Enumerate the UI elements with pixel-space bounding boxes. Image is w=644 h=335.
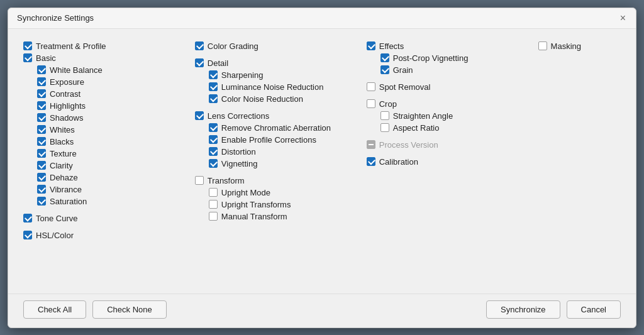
item-vignetting[interactable]: Vignetting — [195, 158, 360, 170]
label-white-balance: White Balance — [50, 65, 103, 75]
item-lens-corrections[interactable]: Lens Corrections — [195, 110, 360, 122]
cb-straighten-angle[interactable] — [380, 111, 389, 120]
item-spot-removal[interactable]: Spot Removal — [367, 81, 532, 93]
label-aspect-ratio: Aspect Ratio — [393, 123, 440, 133]
cb-luminance-noise[interactable] — [209, 82, 218, 91]
item-clarity[interactable]: Clarity — [23, 160, 189, 172]
cb-post-crop[interactable] — [380, 53, 389, 62]
item-exposure[interactable]: Exposure — [23, 76, 189, 88]
cb-sharpening[interactable] — [209, 70, 218, 79]
cb-masking[interactable] — [538, 41, 547, 50]
item-basic[interactable]: Basic — [23, 52, 189, 64]
cb-color-noise[interactable] — [209, 94, 218, 103]
item-vibrance[interactable]: Vibrance — [23, 184, 189, 195]
item-crop[interactable]: Crop — [367, 98, 532, 110]
cb-detail[interactable] — [195, 58, 204, 67]
item-aspect-ratio[interactable]: Aspect Ratio — [367, 122, 532, 134]
label-blacks: Blacks — [50, 137, 74, 146]
cb-highlights[interactable] — [37, 101, 46, 110]
item-distortion[interactable]: Distortion — [195, 146, 360, 158]
cb-enable-profile[interactable] — [209, 135, 218, 144]
cb-calibration[interactable] — [367, 157, 375, 166]
item-effects[interactable]: Effects — [367, 40, 532, 52]
label-hsl-color: HSL/Color — [36, 231, 74, 240]
label-shadows: Shadows — [50, 113, 83, 123]
cb-hsl-color[interactable] — [23, 231, 32, 239]
cb-tone-curve[interactable] — [23, 214, 32, 222]
item-sharpening[interactable]: Sharpening — [195, 69, 360, 81]
cb-whites[interactable] — [37, 125, 46, 134]
item-straighten-angle[interactable]: Straighten Angle — [367, 110, 532, 122]
item-contrast[interactable]: Contrast — [23, 88, 189, 100]
cb-dehaze[interactable] — [37, 173, 46, 182]
item-shadows[interactable]: Shadows — [23, 112, 189, 124]
cb-upright-mode[interactable] — [209, 188, 218, 197]
label-process-version: Process Version — [379, 140, 438, 150]
label-color-grading: Color Grading — [208, 41, 258, 51]
item-treatment-profile[interactable]: Treatment & Profile — [23, 40, 189, 52]
cb-basic[interactable] — [23, 53, 32, 62]
check-all-button[interactable]: Check All — [23, 300, 86, 319]
cb-white-balance[interactable] — [37, 65, 46, 74]
item-upright-mode[interactable]: Upright Mode — [195, 187, 360, 199]
cb-effects[interactable] — [367, 41, 375, 50]
cb-lens-corrections[interactable] — [195, 111, 204, 120]
item-masking[interactable]: Masking — [538, 40, 621, 52]
cb-texture[interactable] — [37, 149, 46, 158]
cb-clarity[interactable] — [37, 161, 46, 170]
label-manual-transform: Manual Transform — [221, 212, 287, 221]
item-highlights[interactable]: Highlights — [23, 100, 189, 112]
item-whites[interactable]: Whites — [23, 124, 189, 136]
dialog-footer: Check All Check None Synchronize Cancel — [8, 294, 636, 327]
item-manual-transform[interactable]: Manual Transform — [195, 211, 360, 222]
item-grain[interactable]: Grain — [367, 64, 532, 76]
dialog-body: Treatment & Profile Basic White Balance … — [8, 29, 636, 291]
cb-treatment-profile[interactable] — [23, 41, 32, 50]
label-straighten-angle: Straighten Angle — [393, 111, 453, 121]
item-texture[interactable]: Texture — [23, 148, 189, 160]
label-contrast: Contrast — [50, 89, 80, 99]
cb-contrast[interactable] — [37, 89, 46, 98]
label-highlights: Highlights — [50, 101, 86, 111]
item-saturation[interactable]: Saturation — [23, 195, 189, 207]
cb-grain[interactable] — [380, 65, 389, 74]
item-luminance-noise[interactable]: Luminance Noise Reduction — [195, 81, 360, 93]
cancel-button[interactable]: Cancel — [567, 300, 621, 319]
item-color-noise[interactable]: Color Noise Reduction — [195, 93, 360, 105]
cb-shadows[interactable] — [37, 113, 46, 122]
cb-upright-transforms[interactable] — [209, 200, 218, 209]
item-post-crop[interactable]: Post-Crop Vignetting — [367, 52, 532, 64]
item-calibration[interactable]: Calibration — [367, 156, 532, 168]
cb-manual-transform[interactable] — [209, 212, 218, 221]
synchronize-button[interactable]: Synchronize — [486, 300, 560, 319]
item-transform[interactable]: Transform — [195, 175, 360, 187]
cb-remove-chromatic[interactable] — [209, 123, 218, 132]
cb-aspect-ratio[interactable] — [380, 123, 389, 132]
item-dehaze[interactable]: Dehaze — [23, 172, 189, 184]
item-hsl-color[interactable]: HSL/Color — [23, 229, 189, 241]
check-none-button[interactable]: Check None — [92, 300, 167, 319]
close-button[interactable]: × — [619, 13, 627, 23]
cb-color-grading[interactable] — [195, 41, 204, 50]
cb-distortion[interactable] — [209, 147, 218, 156]
cb-crop[interactable] — [367, 99, 375, 108]
item-white-balance[interactable]: White Balance — [23, 64, 189, 76]
item-color-grading[interactable]: Color Grading — [195, 40, 360, 52]
label-vibrance: Vibrance — [50, 185, 82, 194]
item-blacks[interactable]: Blacks — [23, 136, 189, 148]
cb-vignetting[interactable] — [209, 159, 218, 168]
item-remove-chromatic[interactable]: Remove Chromatic Aberration — [195, 122, 360, 134]
cb-process-version[interactable] — [367, 140, 375, 149]
item-detail[interactable]: Detail — [195, 57, 360, 69]
item-enable-profile[interactable]: Enable Profile Corrections — [195, 134, 360, 146]
cb-blacks[interactable] — [37, 137, 46, 146]
cb-exposure[interactable] — [37, 77, 46, 86]
label-dehaze: Dehaze — [50, 173, 78, 182]
cb-spot-removal[interactable] — [367, 82, 375, 91]
cb-transform[interactable] — [195, 176, 204, 185]
item-tone-curve[interactable]: Tone Curve — [23, 212, 189, 224]
item-upright-transforms[interactable]: Upright Transforms — [195, 199, 360, 211]
cb-saturation[interactable] — [37, 197, 46, 206]
cb-vibrance[interactable] — [37, 185, 46, 194]
item-process-version[interactable]: Process Version — [367, 139, 532, 151]
